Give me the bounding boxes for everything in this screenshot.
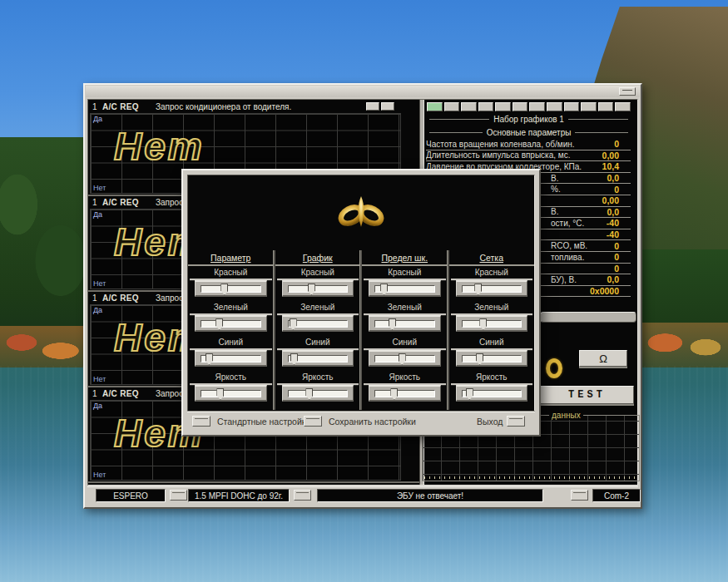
slider-groove[interactable] [288,285,349,293]
strip-option-button[interactable] [381,102,394,111]
color-slider[interactable] [195,385,267,402]
save-settings-button[interactable] [304,416,322,427]
slider-groove[interactable] [462,390,522,397]
color-slider[interactable] [456,280,528,297]
parameter-value: -40 [607,229,631,239]
graph-set-button[interactable] [529,102,545,111]
slider-groove[interactable] [462,285,522,293]
minimize-button[interactable] [619,87,636,96]
slider-thumb[interactable] [290,318,297,330]
slider-label: Яркость [275,371,361,383]
slider-columns: Параметр Красный Зеленый Синий [188,250,534,410]
y-axis-bottom-label: Нет [93,184,106,192]
color-slider[interactable] [195,280,267,297]
slider-groove[interactable] [374,285,435,293]
panel-slider-bar[interactable] [540,312,636,323]
color-slider[interactable] [456,315,528,332]
column-header: Предел шк. [362,250,448,266]
strip-index: 1 [92,389,102,398]
window-titlebar[interactable] [86,86,640,97]
color-slider[interactable] [282,385,354,402]
graph-set-button[interactable] [444,102,460,111]
y-axis-top-label: Да [93,306,102,314]
slider-thumb[interactable] [308,284,315,295]
graph-set-button[interactable] [581,102,597,111]
engine-select-button[interactable] [294,490,311,501]
y-axis-top-label: Да [93,402,102,410]
graph-set-button[interactable] [564,102,580,111]
slider-groove[interactable] [374,320,435,328]
color-slider[interactable] [195,350,267,367]
slider-group: Синий [449,336,535,371]
slider-thumb[interactable] [206,353,213,365]
slider-groove[interactable] [201,390,261,397]
strip-index: 1 [92,198,102,207]
strip-signal-code: A/C REQ [102,293,146,303]
slider-groove[interactable] [201,285,261,293]
color-slider[interactable] [369,350,441,367]
exit-button[interactable] [507,416,525,427]
slider-thumb[interactable] [216,388,224,400]
parameter-value: 0,00 [602,195,631,205]
color-slider[interactable] [369,385,441,402]
graph-set-button[interactable] [513,102,528,111]
slider-group: Синий [275,336,361,371]
color-slider[interactable] [195,315,267,332]
slider-thumb[interactable] [399,353,406,365]
test-button[interactable]: TEST [540,386,634,404]
parameters-group-title-text: Основные параметры [487,128,572,137]
graph-set-button[interactable] [615,102,631,111]
slider-group: Зеленый [188,301,274,336]
signal-current-value: Нет [114,124,205,169]
slider-thumb[interactable] [389,318,396,330]
standard-settings-label: Стандртные настройки [217,417,310,427]
slider-thumb[interactable] [215,318,223,330]
slider-label: Зеленый [275,301,361,313]
save-settings-label: Сохранить настройки [329,417,416,427]
slider-groove[interactable] [288,390,349,397]
y-axis-bottom-label: Нет [93,471,106,479]
slider-groove[interactable] [462,320,522,328]
graph-set-button[interactable] [478,102,494,111]
graph-set-button[interactable] [598,102,614,111]
strip-option-button[interactable] [366,102,379,111]
parameter-row: Длительность импульса впрыска, мс. 0,00 [426,150,631,162]
slider-groove[interactable] [374,355,435,363]
slider-label: Синий [188,336,274,348]
slider-thumb[interactable] [474,284,482,295]
color-slider[interactable] [369,315,441,332]
slider-thumb[interactable] [466,388,473,400]
color-slider[interactable] [282,280,354,297]
slider-groove[interactable] [201,320,261,328]
wallpaper-autumn-foliage-left [0,326,87,367]
slider-thumb[interactable] [476,353,483,365]
color-slider[interactable] [282,315,354,332]
parameter-label: Длительность импульса впрыска, мс. [426,150,602,160]
slider-label: Красный [188,266,274,279]
slider-groove[interactable] [288,320,349,328]
color-slider[interactable] [282,350,354,367]
slider-group: Зеленый [275,301,361,336]
slider-groove[interactable] [374,390,435,397]
help-book-button[interactable]: Ω [579,350,627,367]
slider-thumb[interactable] [479,318,487,330]
slider-groove[interactable] [288,355,349,363]
slider-groove[interactable] [201,355,261,363]
graph-set-title-text: Набор графиков 1 [493,115,564,124]
standard-settings-button[interactable] [192,416,210,427]
slider-thumb[interactable] [290,353,298,365]
slider-groove[interactable] [462,355,522,363]
slider-thumb[interactable] [305,388,313,400]
graph-set-button[interactable] [461,102,477,111]
color-slider[interactable] [369,280,441,297]
graph-set-button[interactable] [495,102,511,111]
model-select-button[interactable] [170,490,187,501]
color-slider[interactable] [456,350,528,367]
slider-thumb[interactable] [390,388,398,400]
graph-set-button[interactable] [427,102,443,111]
slider-thumb[interactable] [220,284,228,295]
color-slider[interactable] [456,385,528,402]
slider-thumb[interactable] [380,284,388,295]
graph-set-button[interactable] [547,102,562,111]
port-select-button[interactable] [571,490,588,501]
